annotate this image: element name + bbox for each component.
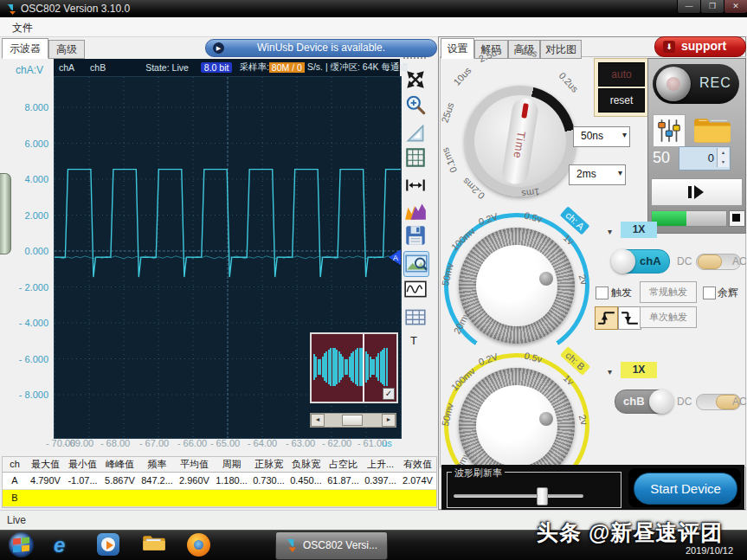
channel-a-toggle[interactable]: chA	[615, 249, 670, 274]
table-cell	[27, 490, 68, 506]
device-status-banner: ▶ WinUsb Device is available.	[205, 39, 437, 57]
channel-b-multiplier[interactable]: 1X	[621, 362, 657, 378]
menu-file[interactable]: 文件	[12, 21, 33, 35]
close-button[interactable]: ✕	[724, 0, 747, 14]
play-icon: ▶	[213, 42, 224, 54]
falling-edge-button[interactable]	[618, 306, 641, 330]
minimize-button[interactable]: —	[677, 0, 701, 14]
x-tick: - 67.00	[135, 438, 173, 448]
taskbar-explorer-icon[interactable]	[142, 533, 166, 557]
x-tick: - 68.00	[96, 438, 134, 448]
scroll-thumb[interactable]	[342, 415, 363, 426]
channel-b-toggle[interactable]: chB	[615, 389, 670, 414]
side-panel-grip[interactable]	[0, 173, 11, 254]
chevron-down-icon[interactable]: ▾	[608, 227, 612, 236]
tab-settings[interactable]: 设置	[441, 38, 474, 59]
ch-a-knob-dot	[539, 272, 553, 286]
tab-advanced-left[interactable]: 高级	[48, 40, 85, 59]
channel-a-toggle-knob	[611, 249, 635, 274]
timebase-value: 50ns	[581, 130, 603, 142]
table-cell	[68, 490, 108, 506]
table-row: B	[3, 490, 436, 507]
tab-oscilloscope[interactable]: 示波器	[2, 38, 48, 59]
channel-b-toggle-label: chB	[623, 395, 645, 408]
horizontal-scrollbar[interactable]: ◄ ►	[310, 413, 396, 428]
table-icon[interactable]	[403, 305, 428, 329]
save-icon[interactable]	[403, 223, 428, 248]
chevron-down-icon[interactable]: ▾	[608, 367, 612, 377]
grid-icon[interactable]	[403, 145, 428, 170]
spin-down-icon[interactable]: ▼	[718, 158, 729, 167]
rising-edge-button[interactable]	[595, 306, 618, 330]
scroll-right-arrow[interactable]: ►	[382, 414, 396, 427]
table-cell: B	[3, 490, 27, 506]
channel-a-multiplier[interactable]: 1X	[621, 222, 657, 238]
falling-edge-icon	[619, 307, 641, 329]
table-cell: 0.730...	[250, 473, 287, 489]
spin-up-icon[interactable]: ▲	[718, 148, 729, 158]
table-cell: 2.074V	[399, 473, 436, 489]
zoom-in-icon[interactable]	[403, 93, 428, 118]
timebase-dropdown-2[interactable]: 2ms ▾	[569, 164, 626, 185]
waveform-overview-inset[interactable]: ✓	[310, 332, 398, 403]
scroll-left-icon: ◄	[315, 416, 321, 422]
start-orb-pane	[22, 545, 29, 552]
channel-b-dc-label: DC	[677, 396, 692, 408]
table-cell	[313, 490, 354, 506]
taskbar-active-task[interactable]: OSC802 Versi...	[275, 531, 388, 560]
live-status-text: Live	[7, 514, 26, 526]
reset-button[interactable]: reset	[598, 88, 645, 113]
waveform-window-icon[interactable]	[403, 277, 428, 301]
wmp-play-triangle	[106, 541, 113, 550]
support-button[interactable]: ⬇ support	[654, 36, 746, 57]
app-icon	[5, 3, 16, 15]
table-cell	[109, 490, 150, 506]
maximize-button[interactable]: ❐	[700, 0, 724, 14]
start-button[interactable]	[9, 532, 34, 557]
stop-button[interactable]	[729, 210, 745, 227]
table-header-cell: 有效值	[399, 457, 436, 472]
check-icon: ✓	[385, 389, 392, 398]
table-header-cell: ch	[3, 457, 27, 472]
frame-spinner[interactable]: 0 ▲ ▼	[679, 146, 731, 171]
ch-a-knob[interactable]	[476, 245, 557, 326]
mixer-settings-button[interactable]	[653, 114, 686, 147]
table-cell	[231, 490, 272, 506]
rising-edge-icon	[596, 307, 617, 329]
expand-icon[interactable]	[403, 68, 428, 92]
taskbar-mediaplayer-icon[interactable]	[97, 533, 119, 556]
spinner-arrows[interactable]: ▲ ▼	[717, 148, 729, 167]
overview-position-marker[interactable]	[363, 334, 364, 402]
overview-checkbox[interactable]: ✓	[383, 388, 395, 400]
scope-status-strip: chA chB State: Live 8.0 bit 采样率: 80M / 0…	[54, 59, 400, 76]
auto-button[interactable]: auto	[598, 62, 645, 87]
play-step-button[interactable]	[651, 178, 743, 206]
ruler-icon[interactable]	[403, 121, 428, 145]
single-trigger-button[interactable]: 单次触发	[640, 306, 697, 328]
h-measure-icon[interactable]	[403, 173, 428, 197]
close-icon: ✕	[732, 2, 739, 10]
image-zoom-icon[interactable]	[403, 251, 429, 277]
trigger-checkbox[interactable]	[596, 286, 609, 299]
table-cell	[190, 490, 231, 506]
normal-trigger-button[interactable]: 常规触发	[640, 281, 697, 303]
refresh-rate-slider-thumb[interactable]	[537, 487, 548, 505]
ch-b-knob[interactable]	[476, 385, 557, 467]
spectrum-icon[interactable]	[403, 199, 428, 223]
refresh-rate-slider[interactable]	[454, 494, 583, 498]
timebase-dropdown[interactable]: 50ns ▾	[573, 126, 630, 147]
open-folder-button[interactable]	[692, 114, 732, 145]
scroll-left-arrow[interactable]: ◄	[311, 414, 325, 427]
table-header-cell: 频率	[138, 457, 176, 472]
minimize-icon: —	[686, 2, 693, 10]
taskbar-firefox-icon[interactable]	[187, 533, 210, 557]
window-title: OSC802 Version 3.10.0	[21, 3, 130, 15]
table-cell: 0.397...	[362, 473, 399, 489]
rec-button[interactable]: REC	[653, 64, 739, 104]
channel-a-toggle-label: chA	[640, 254, 661, 267]
taskbar-ie-icon[interactable]: e	[54, 533, 78, 557]
afterglow-checkbox[interactable]	[703, 286, 716, 299]
channel-a-dc-label: DC	[677, 255, 692, 267]
start-device-button[interactable]: Start Device	[634, 473, 737, 505]
state-label: State: Live	[145, 62, 189, 73]
